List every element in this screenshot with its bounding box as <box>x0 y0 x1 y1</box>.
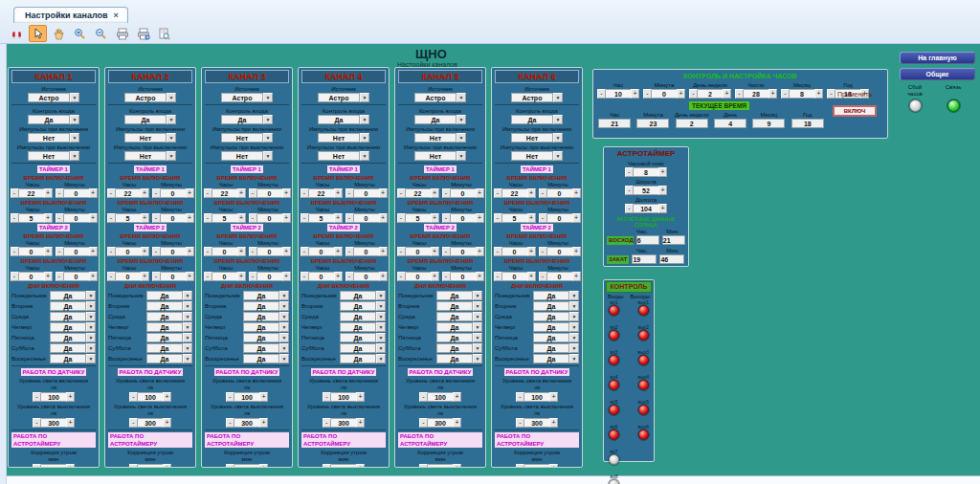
chevron-down-icon[interactable]: ▼ <box>360 151 369 161</box>
chevron-down-icon[interactable]: ▼ <box>279 322 289 332</box>
chevron-down-icon[interactable]: ▼ <box>553 133 563 143</box>
day-select-thursday[interactable]: Да▼ <box>436 322 482 332</box>
minus-button[interactable]: - <box>597 89 606 99</box>
minus-button[interactable]: - <box>735 89 744 99</box>
minus-button[interactable]: - <box>494 247 502 256</box>
chevron-down-icon[interactable]: ▼ <box>376 333 386 342</box>
minus-button[interactable]: - <box>11 247 19 256</box>
timer1-on-hours-stepper[interactable]: -22+ <box>397 188 439 198</box>
timer2-off-minutes-stepper[interactable]: -0+ <box>345 272 388 281</box>
minus-button[interactable]: - <box>323 418 331 428</box>
light-off-stepper[interactable]: -300+ <box>419 418 461 428</box>
minus-button[interactable]: - <box>33 392 41 402</box>
plus-button[interactable]: + <box>141 272 149 281</box>
day-select-sunday[interactable]: Да▼ <box>243 354 289 363</box>
pulses-on-select[interactable]: Нет ▼ <box>28 133 79 143</box>
day-select-monday[interactable]: Да▼ <box>50 291 96 300</box>
plus-button[interactable]: + <box>89 188 98 198</box>
minus-button[interactable]: - <box>494 213 502 223</box>
plus-button[interactable]: + <box>453 392 461 402</box>
pulses-on-select[interactable]: Нет ▼ <box>124 133 176 143</box>
day-select-tuesday[interactable]: Да▼ <box>533 301 579 311</box>
timer1-off-minutes-stepper[interactable]: -0+ <box>152 213 194 223</box>
light-off-stepper[interactable]: -300+ <box>323 418 365 428</box>
chevron-down-icon[interactable]: ▼ <box>457 133 466 143</box>
chevron-down-icon[interactable]: ▼ <box>473 322 482 332</box>
plus-button[interactable]: + <box>476 247 484 256</box>
chevron-down-icon[interactable]: ▼ <box>183 343 192 353</box>
plus-button[interactable]: + <box>379 213 388 223</box>
minus-button[interactable]: - <box>152 188 161 198</box>
minus-button[interactable]: - <box>442 213 451 223</box>
plus-button[interactable]: + <box>379 272 388 281</box>
plus-button[interactable]: + <box>334 213 343 223</box>
minus-button[interactable]: - <box>226 392 234 402</box>
day-select-thursday[interactable]: Да▼ <box>146 322 192 332</box>
day-select-saturday[interactable]: Да▼ <box>436 343 482 353</box>
chevron-down-icon[interactable]: ▼ <box>86 343 96 353</box>
day-select-friday[interactable]: Да▼ <box>146 333 192 342</box>
plus-button[interactable]: + <box>549 392 558 402</box>
day-select-monday[interactable]: Да▼ <box>146 291 192 300</box>
clock-field-stepper[interactable]: -2+ <box>689 89 731 99</box>
day-select-sunday[interactable]: Да▼ <box>436 354 482 363</box>
timer2-off-hours-stepper[interactable]: -0+ <box>494 272 536 281</box>
chevron-down-icon[interactable]: ▼ <box>569 312 579 321</box>
timer1-on-hours-stepper[interactable]: -22+ <box>301 188 343 198</box>
minus-button[interactable]: - <box>516 464 524 468</box>
timer2-on-minutes-stepper[interactable]: -0+ <box>249 247 291 256</box>
minus-button[interactable]: - <box>56 247 64 256</box>
chevron-down-icon[interactable]: ▼ <box>167 115 176 124</box>
minus-button[interactable]: - <box>397 272 406 281</box>
day-select-sunday[interactable]: Да▼ <box>50 354 96 363</box>
timer2-on-minutes-stepper[interactable]: -0+ <box>539 247 581 256</box>
minus-button[interactable]: - <box>625 204 634 213</box>
day-select-friday[interactable]: Да▼ <box>436 333 482 342</box>
light-on-stepper[interactable]: -100+ <box>419 392 461 402</box>
tab-channel-settings[interactable]: Настройки каналов × <box>13 7 128 23</box>
plus-button[interactable]: + <box>572 247 581 256</box>
minus-button[interactable]: - <box>56 188 64 198</box>
timer1-off-hours-stepper[interactable]: -5+ <box>204 213 246 223</box>
source-select[interactable]: Астро ▼ <box>221 93 273 102</box>
minus-button[interactable]: - <box>442 272 451 281</box>
plus-button[interactable]: + <box>186 213 194 223</box>
minus-button[interactable]: - <box>204 247 212 256</box>
plus-button[interactable]: + <box>453 464 461 468</box>
pulses-off-select[interactable]: Нет ▼ <box>318 151 369 161</box>
day-select-tuesday[interactable]: Да▼ <box>436 301 482 311</box>
chevron-down-icon[interactable]: ▼ <box>183 333 192 342</box>
plus-button[interactable]: + <box>572 188 581 198</box>
day-select-monday[interactable]: Да▼ <box>340 291 386 300</box>
plus-button[interactable]: + <box>379 247 388 256</box>
chevron-down-icon[interactable]: ▼ <box>376 301 386 311</box>
minus-button[interactable]: - <box>249 213 257 223</box>
plus-button[interactable]: + <box>572 213 581 223</box>
plus-button[interactable]: + <box>476 188 484 198</box>
plus-button[interactable]: + <box>476 213 484 223</box>
timer2-on-minutes-stepper[interactable]: -0+ <box>442 247 484 256</box>
minus-button[interactable]: - <box>539 272 547 281</box>
close-icon[interactable]: × <box>114 11 119 20</box>
chevron-down-icon[interactable]: ▼ <box>279 333 289 342</box>
timer1-off-minutes-stepper[interactable]: -0+ <box>56 213 98 223</box>
minus-button[interactable]: - <box>397 247 406 256</box>
minus-button[interactable]: - <box>397 188 406 198</box>
minus-button[interactable]: - <box>33 418 41 428</box>
plus-button[interactable]: + <box>259 392 268 402</box>
plus-button[interactable]: + <box>237 247 246 256</box>
input-control-select[interactable]: Да ▼ <box>124 115 176 124</box>
day-select-thursday[interactable]: Да▼ <box>340 322 386 332</box>
light-on-stepper[interactable]: -100+ <box>129 392 171 402</box>
timer2-off-minutes-stepper[interactable]: -0+ <box>539 272 581 281</box>
timer2-off-minutes-stepper[interactable]: -0+ <box>56 272 98 281</box>
chevron-down-icon[interactable]: ▼ <box>569 333 579 342</box>
day-select-wednesday[interactable]: Да▼ <box>340 312 386 321</box>
minus-button[interactable]: - <box>625 167 634 177</box>
day-select-tuesday[interactable]: Да▼ <box>146 301 192 311</box>
minus-button[interactable]: - <box>204 272 212 281</box>
plus-button[interactable]: + <box>44 188 53 198</box>
minus-button[interactable]: - <box>226 418 234 428</box>
plus-button[interactable]: + <box>549 464 558 468</box>
chevron-down-icon[interactable]: ▼ <box>279 291 289 300</box>
